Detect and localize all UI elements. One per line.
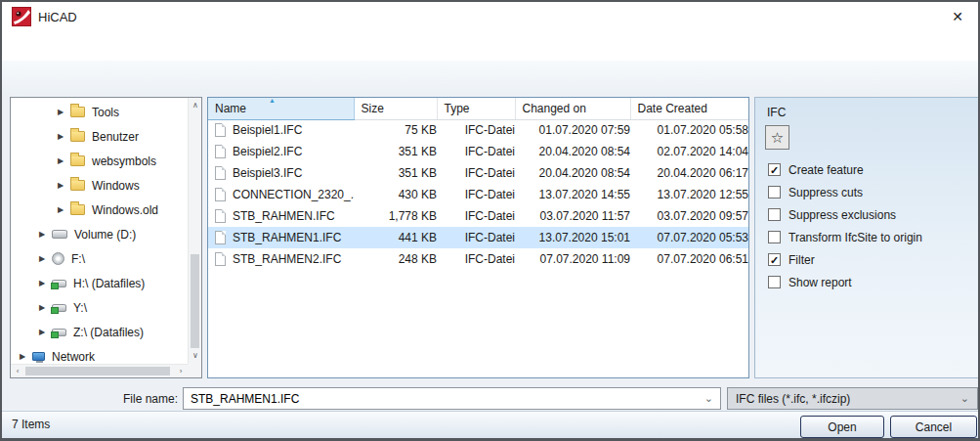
cd-drive-icon [52, 252, 64, 265]
file-type-value: IFC files (*.ifc, *.ifczip) [736, 392, 850, 406]
file-row[interactable]: Beispiel2.IFC 351 KB IFC-Datei 20.04.202… [208, 141, 748, 162]
open-button[interactable]: Open [800, 416, 884, 438]
tree-item-windows[interactable]: ▶ Windows [11, 173, 188, 198]
favorite-settings-button[interactable]: ☆ [765, 125, 789, 150]
file-type: IFC-Datei [437, 162, 515, 184]
expand-arrow-icon[interactable]: ▶ [36, 230, 48, 239]
expand-arrow-icon[interactable]: ▶ [36, 254, 48, 263]
hicad-logo-icon [12, 7, 31, 26]
option-label: Filter [788, 253, 815, 267]
column-header-label: Changed on [523, 102, 586, 115]
expand-arrow-icon[interactable]: ▶ [36, 279, 48, 287]
file-icon [215, 166, 226, 180]
file-row[interactable]: CONNECTION_2320_... 430 KB IFC-Datei 13.… [208, 184, 748, 205]
tree-item-label[interactable]: Volume (D:) [74, 228, 136, 242]
tree-horizontal-scrollbar[interactable]: ‹ › [11, 364, 188, 377]
tree-vertical-scrollbar[interactable]: ∧ ∨ [188, 98, 201, 364]
tree-item-websymbols[interactable]: ▶ websymbols [11, 149, 188, 173]
tree-item-label[interactable]: Tools [92, 106, 119, 119]
file-type: IFC-Datei [437, 119, 515, 141]
tree-item-label[interactable]: websymbols [92, 154, 156, 168]
tree-item-tools[interactable]: ▶ Tools [11, 100, 188, 124]
tree-item-windows-old[interactable]: ▶ Windows.old [11, 198, 188, 222]
file-size: 351 KB [354, 141, 437, 162]
tree-item-network[interactable]: ▶ Network [11, 344, 188, 364]
tree-item-z-drive[interactable]: ▶ Z:\ (Datafiles) [11, 320, 188, 344]
file-name: STB_RAHMEN1.IFC [233, 231, 341, 244]
expand-arrow-icon[interactable]: ▶ [17, 352, 28, 361]
scrollbar-corner [188, 364, 201, 377]
scrollbar-thumb[interactable] [191, 254, 199, 348]
file-row[interactable]: Beispiel3.IFC 351 KB IFC-Datei 20.04.202… [208, 162, 748, 184]
option-label: Create feature [788, 163, 864, 177]
drive-icon [52, 230, 67, 239]
tree-item-y-drive[interactable]: ▶ Y:\ [11, 295, 188, 320]
file-row[interactable]: STB_RAHMEN.IFC 1,778 KB IFC-Datei 03.07.… [208, 205, 748, 227]
file-row[interactable]: Beispiel1.IFC 75 KB IFC-Datei 01.07.2020… [208, 119, 748, 141]
cancel-button[interactable]: Cancel [890, 416, 977, 438]
tree-item-benutzer[interactable]: ▶ Benutzer [11, 124, 188, 149]
file-type: IFC-Datei [437, 184, 515, 205]
tree-item-label[interactable]: Windows.old [92, 203, 158, 217]
checkbox[interactable]: ✓ [768, 253, 781, 266]
column-header-size[interactable]: Size [354, 98, 437, 119]
expand-arrow-icon[interactable]: ▶ [55, 205, 66, 214]
cancel-button-label: Cancel [916, 420, 952, 434]
file-created: 07.07.2020 05:53 [630, 227, 748, 248]
expand-arrow-icon[interactable]: ▶ [36, 328, 48, 336]
option-transform-ifcsite[interactable]: Transform IfcSite to origin [768, 226, 973, 248]
scroll-right-icon[interactable]: › [174, 365, 188, 378]
expand-arrow-icon[interactable]: ▶ [55, 108, 66, 116]
close-button[interactable]: ✕ [943, 5, 972, 28]
tree-item-label[interactable]: Y:\ [73, 301, 87, 315]
checkbox[interactable] [768, 208, 781, 221]
tree-item-label[interactable]: F:\ [71, 252, 85, 266]
file-created: 03.07.2020 09:57 [630, 205, 748, 227]
scroll-up-icon[interactable]: ∧ [189, 99, 202, 112]
checkbox[interactable] [768, 186, 781, 198]
scrollbar-thumb[interactable] [25, 367, 170, 375]
file-name-dropdown-icon[interactable]: ⌄ [704, 392, 713, 405]
checkbox[interactable]: ✓ [768, 163, 781, 176]
file-name-label: File name: [61, 392, 178, 406]
option-show-report[interactable]: Show report [768, 271, 973, 293]
column-header-type[interactable]: Type [437, 98, 515, 119]
file-type-select[interactable]: IFC files (*.ifc, *.ifczip) ⌄ [727, 387, 978, 410]
folder-icon [70, 204, 85, 215]
tree-item-label[interactable]: Benutzer [92, 130, 139, 144]
file-type: IFC-Datei [437, 227, 515, 248]
option-filter[interactable]: ✓ Filter [768, 248, 973, 271]
tree-item-f-drive[interactable]: ▶ F:\ [11, 246, 188, 271]
file-row[interactable]: STB_RAHMEN2.IFC 248 KB IFC-Datei 07.07.2… [208, 248, 748, 270]
tree-item-volume-d[interactable]: ▶ Volume (D:) [11, 222, 188, 246]
file-created: 07.07.2020 06:51 [630, 248, 748, 270]
checkbox[interactable] [768, 276, 781, 288]
scroll-down-icon[interactable]: ∨ [189, 349, 202, 363]
scroll-left-icon[interactable]: ‹ [11, 365, 24, 378]
tree-item-label[interactable]: Network [52, 350, 95, 364]
option-label: Suppress exclusions [788, 208, 896, 222]
column-header-name[interactable]: ▲ Name [208, 98, 354, 119]
expand-arrow-icon[interactable]: ▶ [55, 181, 66, 190]
option-suppress-cuts[interactable]: Suppress cuts [768, 181, 973, 203]
tree-item-label[interactable]: H:\ (Datafiles) [73, 277, 145, 290]
window-title: HiCAD [38, 10, 77, 24]
file-size: 441 KB [354, 227, 437, 248]
tree-item-label[interactable]: Z:\ (Datafiles) [73, 326, 144, 339]
column-header-changed[interactable]: Changed on [515, 98, 630, 119]
tree-item-label[interactable]: Windows [92, 179, 140, 193]
option-create-feature[interactable]: ✓ Create feature [768, 158, 973, 181]
expand-arrow-icon[interactable]: ▶ [55, 156, 66, 165]
tree-item-h-drive[interactable]: ▶ H:\ (Datafiles) [11, 271, 188, 295]
expand-arrow-icon[interactable]: ▶ [55, 132, 66, 141]
option-suppress-exclusions[interactable]: Suppress exclusions [768, 203, 973, 226]
table-header-row: ▲ Name Size Type Changed on Date Created [208, 98, 748, 119]
file-name-input[interactable] [184, 388, 720, 409]
file-icon [215, 145, 226, 158]
open-button-label: Open [828, 420, 856, 434]
network-drive-icon [52, 329, 66, 336]
expand-arrow-icon[interactable]: ▶ [36, 303, 48, 312]
file-row-selected[interactable]: STB_RAHMEN1.IFC 441 KB IFC-Datei 13.07.2… [208, 227, 748, 248]
column-header-created[interactable]: Date Created [630, 98, 748, 119]
checkbox[interactable] [768, 231, 781, 243]
